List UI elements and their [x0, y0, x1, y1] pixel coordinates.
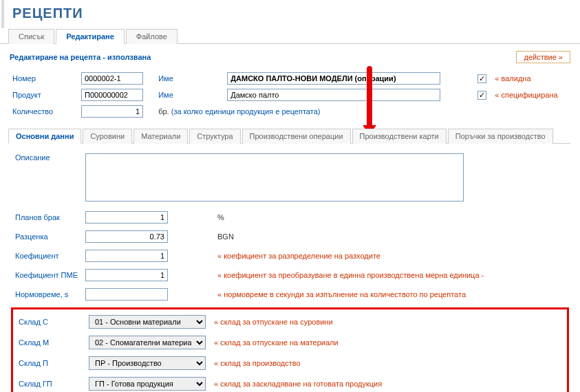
- subtab-operations[interactable]: Производствени операции: [242, 129, 351, 144]
- qty-label: Количество: [10, 103, 78, 120]
- warehouse-group: Склад С 01 - Основни материали склад за …: [11, 307, 569, 392]
- rate-unit: BGN: [215, 228, 486, 246]
- subtab-cards[interactable]: Производствени карти: [352, 129, 447, 144]
- whm-select[interactable]: 02 - Спомагателни материали: [89, 336, 206, 349]
- name-input[interactable]: [227, 72, 440, 85]
- whp-note: склад за производство: [214, 359, 301, 367]
- whp-select[interactable]: ПР - Производство: [89, 356, 206, 370]
- page-title: РЕЦЕПТИ: [1, 0, 580, 28]
- desc-label: Описание: [12, 151, 81, 206]
- planbrak-input[interactable]: [85, 211, 168, 224]
- whm-note: склад за отпускане на материали: [214, 338, 339, 347]
- subtab-materials[interactable]: Материали: [133, 129, 188, 144]
- norm-label: Нормовреме, s: [12, 285, 81, 303]
- name-label: Име: [155, 70, 224, 87]
- coefpme-input[interactable]: [85, 269, 168, 281]
- qty-unit: бр.: [158, 107, 169, 116]
- norm-note: нормовреме в секунди за изпълнение на ко…: [217, 290, 466, 298]
- planbrak-label: Планов брак: [12, 208, 81, 226]
- top-tabs: Списък Редактиране Файлове: [0, 28, 580, 44]
- coef-input[interactable]: [85, 250, 168, 262]
- planbrak-unit: %: [215, 208, 486, 226]
- action-button[interactable]: действие: [516, 51, 570, 63]
- whc-label: Склад С: [16, 312, 85, 331]
- product-name-label: Име: [155, 87, 224, 103]
- tab-files[interactable]: Файлове: [126, 29, 178, 44]
- tab-list[interactable]: Списък: [8, 29, 54, 44]
- subtab-orders[interactable]: Поръчки за производство: [448, 129, 553, 144]
- sub-tabs: Основни данни Суровини Материали Структу…: [8, 128, 570, 144]
- whgp-note: склад за заскладяване на готовата продук…: [214, 380, 382, 388]
- rate-label: Разценка: [12, 228, 81, 246]
- whc-note: склад за отпускане на суровини: [214, 318, 333, 326]
- whm-label: Склад М: [16, 333, 85, 352]
- valid-note[interactable]: валидна: [495, 74, 530, 83]
- whgp-label: Склад ГП: [16, 374, 85, 392]
- number-label: Номер: [10, 70, 78, 87]
- qty-hint: (за колко единици продукция е рецептата): [171, 107, 321, 116]
- tab-edit[interactable]: Редактиране: [56, 29, 125, 44]
- annotation-arrow-icon: [367, 66, 372, 128]
- norm-input[interactable]: [85, 288, 168, 301]
- whp-label: Склад П: [16, 353, 85, 373]
- subtab-raw[interactable]: Суровини: [83, 129, 132, 144]
- header-form: Номер Име ✓ валидна Продукт Име ✓ специф…: [10, 70, 570, 120]
- whc-select[interactable]: 01 - Основни материали: [89, 315, 206, 329]
- number-input[interactable]: [81, 72, 143, 85]
- content: Редактиране на рецепта - използвана дейс…: [0, 44, 580, 392]
- coef-label: Коефициент: [12, 247, 81, 265]
- edit-title: Редактиране на рецепта: [10, 53, 100, 61]
- product-label: Продукт: [10, 87, 78, 103]
- coefpme-note: коефициент за преобразуване в единна про…: [217, 271, 484, 279]
- spec-note[interactable]: специфицирана: [495, 91, 557, 99]
- coefpme-label: Коефициент ПМЕ: [12, 266, 81, 284]
- rate-input[interactable]: [85, 230, 168, 243]
- valid-checkbox[interactable]: ✓: [477, 74, 486, 83]
- basic-panel: Описание Планов брак % Разценка BGN Коеф…: [10, 144, 570, 392]
- coef-note: коефициент за разпределение на разходите: [217, 252, 380, 260]
- whgp-select[interactable]: ГП - Готова продукция: [89, 377, 206, 391]
- desc-input[interactable]: [85, 153, 464, 202]
- subtab-structure[interactable]: Структура: [189, 129, 240, 144]
- spec-checkbox[interactable]: ✓: [477, 91, 486, 100]
- product-input[interactable]: [81, 89, 143, 101]
- qty-input[interactable]: [81, 105, 143, 118]
- product-name-input[interactable]: [227, 89, 440, 101]
- edit-subtitle: - използвана: [103, 53, 151, 61]
- subtab-basic[interactable]: Основни данни: [8, 129, 81, 144]
- edit-header: Редактиране на рецепта - използвана дейс…: [10, 51, 570, 63]
